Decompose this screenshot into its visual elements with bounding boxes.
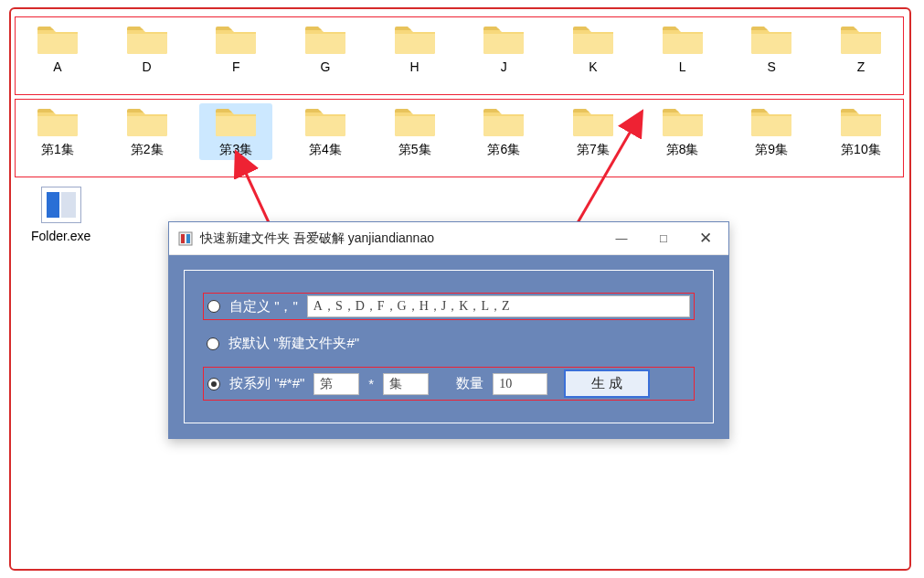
quantity-label: 数量 xyxy=(456,375,483,392)
folder-label: 第2集 xyxy=(131,142,164,158)
folder-item[interactable]: 第6集 xyxy=(467,103,540,160)
folder-label: J xyxy=(501,59,507,74)
window-client-area: 自定义 "，" 按默认 "新建文件夹#" 按系列 "#*#" * 数量 生 成 xyxy=(169,255,728,438)
folder-item[interactable]: 第5集 xyxy=(378,103,451,160)
folder-item[interactable]: H xyxy=(378,21,451,76)
folder-label: H xyxy=(410,59,420,74)
folder-label: 第6集 xyxy=(487,142,520,158)
option-custom-label: 自定义 "，" xyxy=(229,298,298,316)
option-default-label: 按默认 "新建文件夹#" xyxy=(228,335,359,352)
folder-icon xyxy=(125,105,169,138)
folder-label: 第3集 xyxy=(219,142,252,158)
exe-file[interactable]: Folder.exe xyxy=(31,187,90,243)
folder-icon xyxy=(303,105,347,138)
folder-label: K xyxy=(589,59,597,74)
folder-label: L xyxy=(679,59,686,74)
folder-label: 第10集 xyxy=(841,142,881,158)
folder-label: 第4集 xyxy=(309,142,342,158)
option-series-label: 按系列 "#*#" xyxy=(229,375,304,392)
folder-label: 第9集 xyxy=(755,142,788,158)
app-icon xyxy=(178,231,193,246)
titlebar[interactable]: 快速新建文件夹 吾爱破解 yanjiandiannao — □ ✕ xyxy=(169,222,728,255)
folder-item[interactable]: 第7集 xyxy=(557,103,630,160)
option-row-default: 按默认 "新建文件夹#" xyxy=(203,333,695,354)
folder-item[interactable]: F xyxy=(199,21,272,76)
folder-icon xyxy=(571,105,615,138)
desktop-boundary: ADFGHJKLSZ 第1集第2集第3集第4集第5集第6集第7集第8集第9集第1… xyxy=(9,7,911,571)
exe-label: Folder.exe xyxy=(31,229,90,243)
folder-label: F xyxy=(232,59,240,74)
series-suffix-input[interactable] xyxy=(383,373,429,395)
folder-item[interactable]: 第3集 xyxy=(199,103,272,160)
close-button[interactable]: ✕ xyxy=(685,225,727,252)
folder-label: D xyxy=(143,59,152,74)
folder-item[interactable]: J xyxy=(467,21,540,76)
folder-item[interactable]: Z xyxy=(824,21,897,76)
option-row-custom: 自定义 "，" xyxy=(203,293,695,320)
folder-icon xyxy=(36,105,80,138)
folder-icon xyxy=(839,105,883,138)
asterisk-label: * xyxy=(368,376,374,391)
radio-custom[interactable] xyxy=(207,300,220,313)
folder-icon xyxy=(393,23,437,56)
svg-rect-5 xyxy=(186,234,190,243)
folder-item[interactable]: K xyxy=(557,21,630,76)
folder-item[interactable]: G xyxy=(289,21,362,76)
folder-item[interactable]: 第1集 xyxy=(21,103,94,160)
folder-item[interactable]: 第2集 xyxy=(111,103,184,160)
folder-row-letters: ADFGHJKLSZ xyxy=(15,16,904,95)
folder-icon xyxy=(749,105,793,138)
folder-icon xyxy=(482,23,526,56)
folder-item[interactable]: L xyxy=(646,21,719,76)
folder-item[interactable]: A xyxy=(21,21,94,76)
folder-item[interactable]: 第4集 xyxy=(289,103,362,160)
folder-item[interactable]: 第9集 xyxy=(735,103,808,160)
folder-icon xyxy=(571,23,615,56)
folder-row-episodes: 第1集第2集第3集第4集第5集第6集第7集第8集第9集第10集 xyxy=(15,99,904,177)
folder-label: G xyxy=(321,59,331,74)
folder-icon xyxy=(839,23,883,56)
options-panel: 自定义 "，" 按默认 "新建文件夹#" 按系列 "#*#" * 数量 生 成 xyxy=(184,270,714,423)
folder-item[interactable]: 第10集 xyxy=(824,103,897,160)
quantity-input[interactable] xyxy=(493,373,547,395)
custom-input[interactable] xyxy=(307,295,690,317)
folder-icon xyxy=(661,105,705,138)
folder-icon xyxy=(482,105,526,138)
folder-icon xyxy=(393,105,437,138)
app-window: 快速新建文件夹 吾爱破解 yanjiandiannao — □ ✕ 自定义 "，… xyxy=(168,221,729,439)
folder-label: 第1集 xyxy=(41,142,74,158)
radio-default[interactable] xyxy=(207,337,219,350)
folder-icon xyxy=(36,23,80,56)
folder-icon xyxy=(303,23,347,56)
option-row-series: 按系列 "#*#" * 数量 生 成 xyxy=(203,367,695,401)
folder-label: Z xyxy=(857,59,866,74)
folder-icon xyxy=(214,105,258,138)
folder-label: 第8集 xyxy=(666,142,699,158)
application-icon xyxy=(41,187,81,223)
generate-button[interactable]: 生 成 xyxy=(564,369,650,398)
folder-icon xyxy=(214,23,258,56)
series-prefix-input[interactable] xyxy=(313,373,359,395)
folder-item[interactable]: 第8集 xyxy=(646,103,719,160)
folder-label: 第7集 xyxy=(577,142,610,158)
folder-item[interactable]: S xyxy=(735,21,808,76)
folder-icon xyxy=(749,23,793,56)
maximize-button[interactable]: □ xyxy=(643,225,685,252)
folder-label: A xyxy=(53,59,61,74)
folder-icon xyxy=(661,23,705,56)
folder-item[interactable]: D xyxy=(111,21,184,76)
folder-label: 第5集 xyxy=(398,142,431,158)
folder-icon xyxy=(125,23,169,56)
svg-rect-4 xyxy=(181,234,185,243)
window-title: 快速新建文件夹 吾爱破解 yanjiandiannao xyxy=(200,230,600,247)
radio-series[interactable] xyxy=(207,378,220,391)
minimize-button[interactable]: — xyxy=(600,225,643,252)
folder-label: S xyxy=(768,59,776,74)
